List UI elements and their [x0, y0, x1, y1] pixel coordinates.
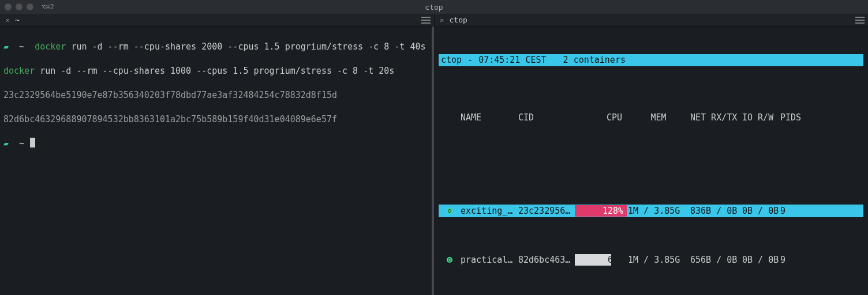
col-mem: MEM	[627, 112, 689, 124]
close-window-icon[interactable]	[5, 3, 12, 10]
window-shortcut-label: ⌥⌘2	[42, 3, 54, 11]
ctop-header-sep: -	[467, 54, 473, 66]
ctop-rows: exciting_… 23c232956… 128% 1M / 3.85G 83…	[439, 168, 863, 290]
prompt-icon: ▰	[3, 41, 9, 52]
hamburger-icon[interactable]	[421, 17, 431, 24]
ctop-header-name: ctop	[441, 54, 462, 66]
cursor-icon	[30, 138, 35, 148]
command-args-2: run -d --rm --cpu-shares 1000 --cpus 1.5…	[40, 66, 394, 76]
close-tab-icon[interactable]: ✕	[3, 16, 12, 24]
ctop-header-count: 2 containers	[563, 54, 626, 66]
window-title: ctop	[425, 3, 443, 12]
cell-net: 656B / 0B	[689, 254, 741, 266]
cell-cpu: 67%	[575, 254, 627, 266]
col-cid: CID	[517, 112, 575, 124]
cell-name: exciting_…	[459, 205, 517, 217]
status-running-icon	[447, 257, 452, 263]
cpu-value: 128%	[603, 205, 623, 217]
cell-cid: 23c232956…	[517, 205, 575, 217]
traffic-lights	[5, 3, 33, 10]
cell-io: 0B / 0B	[741, 254, 779, 266]
window-titlebar: ⌥⌘2 ctop	[0, 0, 868, 14]
cell-pids: 9	[779, 205, 817, 217]
ctop-header-time: 07:45:21 CEST	[478, 54, 546, 66]
ctop-columns: NAME CID CPU MEM NET RX/TX IO R/W PIDS	[439, 112, 863, 124]
col-cpu: CPU	[575, 112, 627, 124]
cpu-bar-icon	[575, 254, 611, 266]
container-id-2: 82d6bc46329688907894532bb8363101a2bc75b5…	[3, 114, 428, 126]
command-args-1: run -d --rm --cpu-shares 2000 --cpus 1.5…	[71, 41, 425, 52]
close-tab-icon[interactable]: ✕	[438, 16, 446, 24]
shell-line-2: docker run -d --rm --cpu-shares 1000 --c…	[3, 65, 428, 77]
prompt-cwd: ~	[19, 138, 24, 149]
tab-right[interactable]: ✕ ctop	[434, 14, 869, 26]
shell-prompt-idle: ▰ ~	[3, 138, 428, 150]
col-pids: PIDS	[779, 112, 817, 124]
cell-cid: 82d6bc463…	[517, 254, 575, 266]
split-panes: ▰ ~ docker run -d --rm --cpu-shares 2000…	[0, 27, 868, 295]
ctop-header: ctop - 07:45:21 CEST 2 containers	[439, 54, 863, 66]
terminal-ctop-pane[interactable]: ctop - 07:45:21 CEST 2 containers NAME C…	[434, 27, 868, 295]
cell-pids: 9	[779, 254, 817, 266]
cell-mem: 1M / 3.85G	[627, 205, 689, 217]
tab-left[interactable]: ✕ ~	[0, 14, 434, 26]
prompt-cwd: ~	[19, 41, 24, 52]
minimize-window-icon[interactable]	[16, 3, 23, 10]
cell-name: practical…	[459, 254, 517, 266]
terminal-shell-pane[interactable]: ▰ ~ docker run -d --rm --cpu-shares 2000…	[0, 27, 434, 295]
cell-cpu: 128%	[575, 205, 627, 217]
status-running-icon	[447, 208, 452, 214]
ctop-row-selected[interactable]: exciting_… 23c232956… 128% 1M / 3.85G 83…	[439, 205, 863, 217]
col-net: NET RX/TX	[689, 112, 741, 124]
shell-line-1: ▰ ~ docker run -d --rm --cpu-shares 2000…	[3, 41, 428, 53]
command-docker: docker	[3, 66, 35, 76]
cpu-value: 67%	[608, 254, 623, 266]
cell-mem: 1M / 3.85G	[627, 254, 689, 266]
col-io: IO R/W	[741, 112, 779, 124]
ctop-row[interactable]: practical… 82d6bc463… 67% 1M / 3.85G 656…	[439, 254, 863, 266]
command-docker: docker	[35, 41, 66, 52]
container-id-1: 23c2329564be5190e7e87b356340203f78dbd77a…	[3, 89, 428, 101]
cell-io: 0B / 0B	[741, 205, 779, 217]
prompt-icon: ▰	[3, 138, 9, 149]
tab-strip: ✕ ~ ✕ ctop	[0, 14, 868, 27]
zoom-window-icon[interactable]	[27, 3, 33, 10]
hamburger-icon[interactable]	[855, 17, 865, 24]
tab-right-label: ctop	[450, 16, 467, 24]
cell-net: 836B / 0B	[689, 205, 741, 217]
tab-left-label: ~	[15, 16, 20, 24]
col-name: NAME	[459, 112, 517, 124]
